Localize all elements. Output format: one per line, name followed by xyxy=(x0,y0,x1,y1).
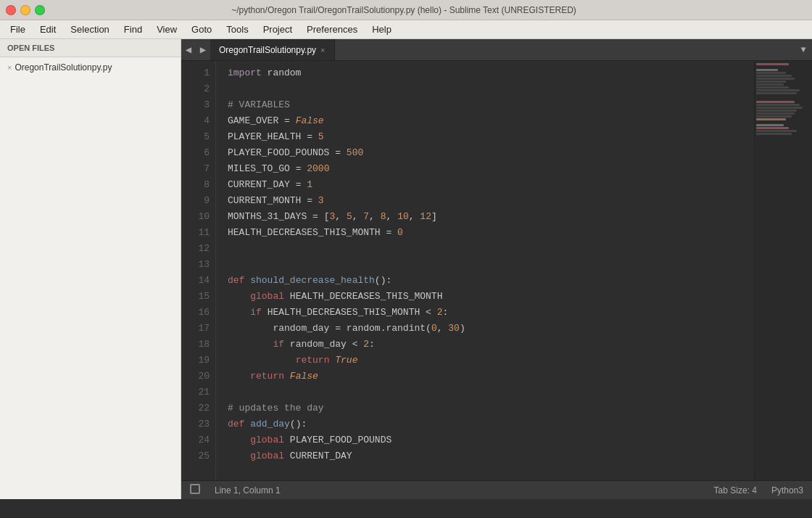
tab-nav-left[interactable]: ◀ xyxy=(181,39,196,60)
menubar: File Edit Selection Find View Goto Tools… xyxy=(0,20,812,39)
open-files-list: × OregonTrailSolutionpy.py xyxy=(0,57,181,78)
tab-bar: ◀ ▶ OregonTrailSolutionpy.py × ▼ xyxy=(181,39,812,61)
main-layout: OPEN FILES × OregonTrailSolutionpy.py ◀ … xyxy=(0,39,812,499)
menu-goto[interactable]: Goto xyxy=(184,22,219,36)
sidebar-file-item[interactable]: × OregonTrailSolutionpy.py xyxy=(0,60,181,75)
tab-oregontrail[interactable]: OregonTrailSolutionpy.py × xyxy=(210,39,335,60)
tab-close-icon[interactable]: × xyxy=(320,46,325,54)
editor-area: ◀ ▶ OregonTrailSolutionpy.py × ▼ 12345 6… xyxy=(181,39,812,499)
statusbar: Line 1, Column 1 Tab Size: 4 Python3 xyxy=(181,480,812,499)
menu-project[interactable]: Project xyxy=(256,22,299,36)
menu-edit[interactable]: Edit xyxy=(33,22,63,36)
maximize-button[interactable] xyxy=(35,5,45,15)
window-title: ~/python/Oregon Trail/OregonTrailSolutio… xyxy=(45,5,763,15)
statusbar-right: Tab Size: 4 Python3 xyxy=(714,485,803,496)
menu-file[interactable]: File xyxy=(3,22,33,36)
minimap-content xyxy=(755,61,812,137)
tab-nav-right[interactable]: ▶ xyxy=(196,39,210,60)
menu-find[interactable]: Find xyxy=(117,22,149,36)
cursor-position: Line 1, Column 1 xyxy=(215,485,281,496)
sidebar: OPEN FILES × OregonTrailSolutionpy.py xyxy=(0,39,181,499)
menu-selection[interactable]: Selection xyxy=(63,22,116,36)
menu-preferences[interactable]: Preferences xyxy=(299,22,365,36)
menu-tools[interactable]: Tools xyxy=(219,22,255,36)
tab-label: OregonTrailSolutionpy.py xyxy=(219,45,316,55)
menu-help[interactable]: Help xyxy=(365,22,399,36)
titlebar: ~/python/Oregon Trail/OregonTrailSolutio… xyxy=(0,0,812,20)
status-indicator-icon xyxy=(190,484,203,496)
code-content[interactable]: import random # VARIABLES GAME_OVER = Fa… xyxy=(216,61,754,480)
tab-dropdown[interactable]: ▼ xyxy=(795,39,812,60)
line-numbers: 12345 678910 1112131415 1617181920 21222… xyxy=(181,61,216,480)
close-button[interactable] xyxy=(6,5,16,15)
titlebar-buttons xyxy=(6,5,45,15)
code-editor[interactable]: 12345 678910 1112131415 1617181920 21222… xyxy=(181,61,812,480)
minimize-button[interactable] xyxy=(20,5,30,15)
syntax-selector[interactable]: Python3 xyxy=(771,485,803,496)
sidebar-header: OPEN FILES xyxy=(0,39,181,57)
minimap xyxy=(754,61,812,480)
file-close-icon[interactable]: × xyxy=(7,63,12,72)
menu-view[interactable]: View xyxy=(149,22,184,36)
tab-size[interactable]: Tab Size: 4 xyxy=(714,485,757,496)
file-name: OregonTrailSolutionpy.py xyxy=(14,62,112,73)
